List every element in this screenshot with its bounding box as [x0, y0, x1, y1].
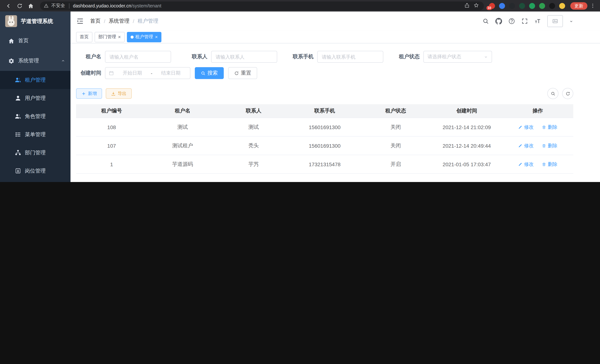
- team-icon: [15, 77, 21, 83]
- tab-home[interactable]: 首页: [76, 32, 92, 42]
- extension-icon[interactable]: [529, 3, 535, 9]
- sidebar-item-dict[interactable]: 字典管理: [0, 180, 71, 182]
- extension-icon[interactable]: [519, 3, 525, 9]
- sidebar-item-dept[interactable]: 部门管理: [0, 144, 71, 162]
- share-icon[interactable]: [464, 2, 471, 9]
- sidebar-item-system[interactable]: 系统管理: [0, 51, 71, 71]
- phone-filter: 联系手机: [288, 51, 383, 63]
- contact-input[interactable]: [211, 51, 277, 63]
- broken-image-icon: [552, 18, 558, 24]
- column-header: 联系手机: [289, 104, 360, 118]
- font-size-icon[interactable]: [534, 18, 541, 25]
- status-filter: 租户状态 请选择租户状态: [394, 51, 492, 63]
- refresh-icon: [565, 91, 570, 96]
- filter-row-2: 创建时间 开始日期 - 结束日期 搜索 重置: [76, 67, 573, 79]
- avatar[interactable]: [547, 15, 563, 27]
- pencil-icon: [518, 143, 523, 148]
- sidebar-item-post[interactable]: 岗位管理: [0, 162, 71, 180]
- browser-back-button[interactable]: [4, 1, 13, 10]
- status-label: 租户状态: [394, 53, 423, 60]
- refresh-table-button[interactable]: [562, 88, 573, 99]
- sidebar-item-home[interactable]: 首页: [0, 31, 71, 51]
- delete-link[interactable]: 删除: [542, 142, 557, 149]
- sidebar-item-menu[interactable]: 菜单管理: [0, 125, 71, 144]
- sidebar-item-role[interactable]: 角色管理: [0, 107, 71, 125]
- extension-icon[interactable]: [559, 3, 565, 9]
- bookmark-star-icon[interactable]: [473, 2, 480, 9]
- chevron-up-icon: [61, 59, 65, 63]
- sidebar-item-user[interactable]: 用户管理: [0, 89, 71, 107]
- content: 租户名 联系人 联系手机 租户状态 请选择租户状态: [71, 43, 600, 182]
- breadcrumb-separator: /: [104, 18, 105, 24]
- sidebar-item-tenant[interactable]: 租户管理: [0, 71, 71, 89]
- contact-label: 联系人: [182, 53, 211, 60]
- delete-link[interactable]: 删除: [542, 161, 557, 168]
- search-button[interactable]: 搜索: [195, 67, 224, 79]
- tree-icon: [15, 149, 21, 156]
- table-row: 1 芋道源码 芋艿 17321315478 开启 2021-01-05 17:0…: [76, 155, 573, 173]
- security-label: 不安全: [51, 3, 65, 9]
- tab-bar: 首页 部门管理 × 租户管理 ×: [71, 31, 600, 43]
- edit-link[interactable]: 修改: [518, 142, 534, 149]
- fullscreen-icon[interactable]: [521, 18, 528, 25]
- search-icon[interactable]: [482, 18, 489, 25]
- reset-button[interactable]: 重置: [228, 67, 257, 79]
- breadcrumb-item: 租户管理: [138, 18, 159, 25]
- url-host: dashboard.yudao.iocoder.cn: [73, 3, 131, 8]
- table-row: 108 测试 测试 15601691300 关闭 2021-12-14 21:0…: [76, 118, 573, 136]
- logo-image: [5, 15, 17, 27]
- cell-phone: 15601691300: [289, 118, 360, 136]
- extension-icon[interactable]: [549, 3, 555, 9]
- cell-tenant-name: 测试: [147, 118, 218, 136]
- topbar: 首页/系统管理/租户管理: [71, 11, 600, 31]
- close-icon[interactable]: ×: [155, 35, 158, 39]
- browser-update-button[interactable]: 更新: [570, 2, 587, 9]
- column-header: 操作: [502, 104, 573, 118]
- tenant-name-label: 租户名: [76, 53, 105, 60]
- tenant-name-filter: 租户名: [76, 51, 171, 63]
- github-icon[interactable]: [495, 18, 502, 25]
- toolbar-right: [547, 88, 573, 99]
- breadcrumb-item[interactable]: 系统管理: [109, 18, 130, 25]
- date-range-picker[interactable]: 开始日期 - 结束日期: [105, 67, 190, 79]
- list-icon: [15, 131, 21, 138]
- cell-contact: 秃头: [218, 136, 289, 155]
- extension-badge: 10: [487, 6, 492, 10]
- tab-dept[interactable]: 部门管理 ×: [95, 32, 124, 42]
- extension-icon[interactable]: [499, 3, 505, 9]
- tenant-name-input[interactable]: [105, 51, 171, 63]
- cell-created: 2021-12-14 20:49:44: [431, 136, 502, 155]
- active-tab-dot: [131, 36, 133, 38]
- status-select[interactable]: 请选择租户状态: [423, 51, 492, 63]
- chevron-down-icon[interactable]: [569, 19, 573, 23]
- browser-menu-icon[interactable]: [589, 2, 596, 9]
- delete-link[interactable]: 删除: [542, 124, 557, 131]
- phone-input[interactable]: [317, 51, 383, 63]
- tenant-table: 租户编号租户名联系人联系手机租户状态创建时间操作 108 测试 测试 15601…: [76, 104, 573, 174]
- browser-home-button[interactable]: [26, 1, 36, 10]
- cell-tenant-id: 107: [76, 136, 147, 155]
- extension-icon[interactable]: [539, 3, 545, 9]
- chevron-down-icon: [484, 55, 488, 59]
- extension-icon[interactable]: 10: [489, 3, 495, 9]
- address-bar[interactable]: 不安全 dashboard.yudao.iocoder.cn/system/te…: [40, 1, 484, 10]
- pencil-icon: [518, 125, 523, 129]
- close-icon[interactable]: ×: [118, 35, 121, 39]
- collapse-sidebar-icon[interactable]: [76, 17, 84, 25]
- calendar-icon: [109, 71, 114, 76]
- show-search-button[interactable]: [547, 88, 558, 99]
- search-icon: [201, 71, 206, 75]
- breadcrumb-item[interactable]: 首页: [90, 18, 101, 25]
- trash-icon: [542, 143, 546, 148]
- export-button[interactable]: 导出: [106, 88, 132, 99]
- help-icon[interactable]: [508, 18, 515, 25]
- add-button[interactable]: 新增: [76, 88, 102, 99]
- tab-tenant[interactable]: 租户管理 ×: [127, 32, 161, 42]
- extension-icon[interactable]: [509, 3, 515, 9]
- browser-reload-button[interactable]: [15, 1, 25, 10]
- trash-icon: [542, 162, 546, 166]
- contact-filter: 联系人: [182, 51, 277, 63]
- date-separator: -: [151, 70, 152, 76]
- edit-link[interactable]: 修改: [518, 161, 534, 168]
- edit-link[interactable]: 修改: [518, 124, 534, 131]
